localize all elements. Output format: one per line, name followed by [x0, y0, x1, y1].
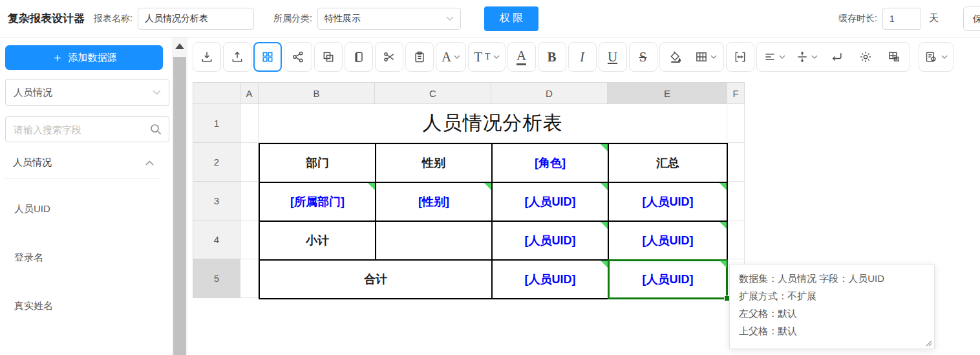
vertical-scrollbar[interactable]	[172, 38, 187, 355]
align-group	[756, 42, 910, 72]
font-color-dropdown[interactable]: A	[436, 42, 466, 72]
duplicate-page-icon	[352, 50, 365, 63]
report-settings-dropdown[interactable]	[919, 42, 953, 72]
chevron-down-icon	[779, 55, 785, 59]
column-header[interactable]: F	[727, 82, 745, 104]
scrollbar-thumb[interactable]	[173, 57, 186, 355]
dataset-group-header[interactable]: 人员情况	[5, 156, 162, 178]
grid-row: 1 人员情况分析表	[193, 104, 745, 143]
field-corner-marker	[601, 261, 608, 268]
copy-style-button[interactable]	[314, 42, 343, 72]
row-header[interactable]: 4	[193, 221, 240, 259]
import-button[interactable]	[193, 42, 221, 72]
italic-button[interactable]: I	[568, 42, 597, 72]
grid-cell[interactable]	[727, 221, 745, 259]
category-label: 所属分类:	[273, 13, 312, 25]
field-corner-marker	[368, 183, 375, 190]
permission-button[interactable]: 权 限	[484, 6, 538, 31]
horizontal-align-dropdown[interactable]	[758, 43, 791, 70]
column-header[interactable]: B	[259, 82, 375, 104]
field-search-input[interactable]	[5, 116, 169, 142]
gear-icon	[859, 50, 872, 63]
table-cell-d3[interactable]: [人员UID]	[492, 182, 608, 221]
enter-arrow-icon	[831, 50, 844, 63]
grid-cell[interactable]	[240, 221, 259, 259]
cache-duration-unit: 天	[929, 12, 939, 25]
chevron-down-icon	[493, 55, 500, 59]
widget-grid-button[interactable]	[253, 42, 282, 72]
table-cell-c4[interactable]	[376, 221, 492, 260]
column-header[interactable]: C	[375, 82, 491, 104]
column-header[interactable]: A	[240, 82, 259, 104]
strikethrough-button[interactable]: S	[629, 42, 657, 72]
report-title-cell[interactable]: 人员情况分析表	[259, 104, 727, 143]
table-cell-c2[interactable]: 性别	[376, 144, 492, 182]
grid-cell[interactable]	[240, 259, 259, 298]
chevron-down-icon	[446, 16, 454, 21]
grid-cell[interactable]	[240, 143, 259, 182]
grid-cell[interactable]	[727, 104, 745, 143]
row-header[interactable]: 1	[193, 104, 240, 143]
table-cell-e4[interactable]: [人员UID]	[608, 221, 727, 260]
cut-button[interactable]	[375, 42, 403, 72]
fill-border-group	[659, 42, 724, 72]
resize-handle-icon[interactable]	[926, 340, 932, 347]
fill-color-button[interactable]	[661, 43, 690, 70]
font-size-dropdown[interactable]: TT	[468, 42, 505, 72]
borders-dropdown[interactable]	[690, 43, 722, 70]
field-item[interactable]: 真实姓名	[0, 282, 172, 330]
chevron-up-icon	[145, 160, 154, 166]
column-header[interactable]: D	[491, 82, 608, 104]
save-button-clipped[interactable]: 保存	[963, 6, 980, 31]
settings-button[interactable]	[851, 43, 880, 70]
cell-format-button[interactable]	[880, 43, 908, 70]
table-cell-e2[interactable]: 汇总	[608, 144, 727, 182]
share-button[interactable]	[284, 42, 312, 72]
row-header[interactable]: 3	[193, 182, 240, 221]
wrap-text-button[interactable]	[823, 43, 851, 70]
paste-button[interactable]	[405, 42, 434, 72]
field-item[interactable]: 人员UID	[0, 185, 172, 233]
cache-duration-input[interactable]	[882, 8, 921, 30]
table-cell-d2[interactable]: [角色]	[492, 144, 608, 182]
grid-cell[interactable]	[240, 104, 259, 143]
duplicate-button[interactable]	[345, 42, 373, 72]
underline-button[interactable]: U	[599, 42, 627, 72]
grid-cell[interactable]	[727, 182, 745, 221]
report-name-input[interactable]	[138, 8, 254, 30]
field-corner-marker	[484, 183, 491, 190]
table-cell-e5-selected[interactable]: [人员UID]	[608, 260, 727, 299]
table-cell-d5[interactable]: [人员UID]	[492, 260, 608, 299]
text-color-button[interactable]: A	[507, 42, 536, 72]
tooltip-line: 扩展方式：不扩展	[739, 287, 925, 305]
row-header-selected[interactable]: 5	[193, 259, 240, 298]
select-all-corner[interactable]	[193, 82, 240, 104]
bold-button[interactable]: B	[538, 42, 566, 72]
table-cell-b4[interactable]: 小计	[259, 221, 376, 260]
merge-cells-icon	[734, 50, 747, 63]
grid-cell[interactable]	[727, 143, 745, 182]
dataset-select-value: 人员情况	[14, 87, 52, 99]
table-cell-d4[interactable]: [人员UID]	[492, 221, 608, 260]
table-cell-b5-merged[interactable]: 合计	[259, 260, 492, 299]
dataset-select[interactable]: 人员情况	[5, 79, 169, 106]
category-select[interactable]: 特性展示	[317, 8, 461, 30]
table-cell-e3[interactable]: [人员UID]	[608, 182, 727, 221]
table-cell-b2[interactable]: 部门	[259, 144, 376, 182]
table-cell-c3[interactable]: [性别]	[376, 182, 492, 221]
field-corner-marker	[719, 183, 727, 190]
column-header-selected[interactable]: E	[608, 82, 727, 104]
grid-cell[interactable]	[240, 182, 259, 221]
tooltip-line: 数据集：人员情况 字段：人员UID	[739, 270, 925, 287]
field-list: 人员UID 登录名 真实姓名	[0, 178, 172, 330]
scroll-up-arrow[interactable]	[175, 43, 184, 49]
vertical-align-dropdown[interactable]	[791, 43, 823, 70]
merge-cells-button[interactable]	[726, 42, 754, 72]
field-search	[5, 116, 169, 142]
field-item[interactable]: 登录名	[0, 233, 172, 282]
table-cell-b3[interactable]: [所属部门]	[259, 182, 376, 221]
plus-icon: ＋	[52, 52, 63, 63]
row-header[interactable]: 2	[193, 143, 240, 182]
add-datasource-button[interactable]: ＋ 添加数据源	[5, 45, 163, 70]
export-button[interactable]	[223, 42, 251, 72]
